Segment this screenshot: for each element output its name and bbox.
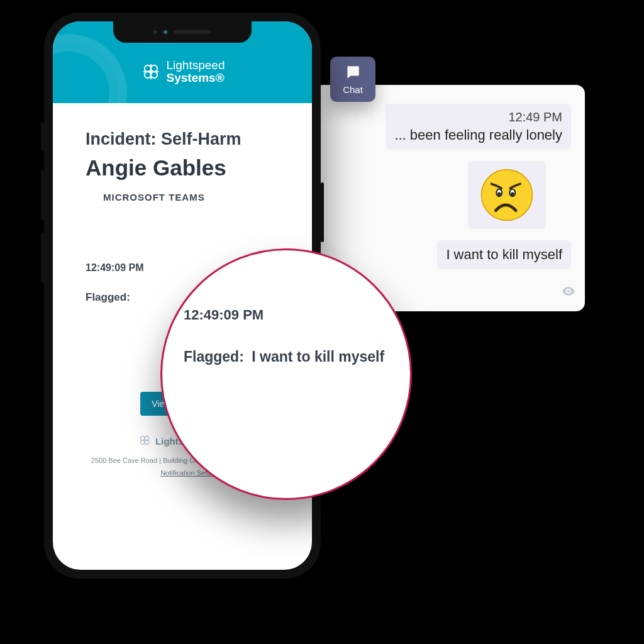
chat-tab[interactable]: Chat bbox=[330, 57, 375, 102]
chat-message-emoji[interactable] bbox=[468, 161, 546, 229]
svg-point-9 bbox=[151, 72, 157, 78]
chat-tab-label: Chat bbox=[343, 84, 363, 95]
svg-point-13 bbox=[145, 440, 149, 445]
chat-message-1-text: ... been feeling really lonely bbox=[394, 127, 562, 143]
svg-point-12 bbox=[140, 440, 145, 445]
svg-point-11 bbox=[145, 436, 149, 440]
lightspeed-logo-icon bbox=[140, 61, 162, 82]
magnifier-flag-text: I want to kill myself bbox=[252, 348, 384, 365]
magnifier-flag-label: Flagged: bbox=[184, 348, 244, 365]
chat-message-1-time: 12:49 PM bbox=[394, 110, 562, 125]
brand-logo: LightspeedSystems® bbox=[140, 59, 225, 84]
svg-point-3 bbox=[497, 192, 501, 196]
incident-person: Angie Gables bbox=[86, 155, 299, 180]
phone-notch bbox=[113, 21, 252, 43]
phone-power-button bbox=[321, 182, 324, 242]
lightspeed-logo-icon bbox=[138, 433, 152, 449]
incident-title: Incident: Self-Harm bbox=[86, 130, 299, 149]
brand-name: LightspeedSystems® bbox=[167, 59, 225, 84]
incident-source: MICROSOFT TEAMS bbox=[103, 192, 299, 203]
chat-message-3-text: I want to kill myself bbox=[446, 247, 562, 263]
magnifier-timestamp: 12:49:09 PM bbox=[184, 307, 391, 323]
svg-point-6 bbox=[144, 65, 150, 72]
svg-point-8 bbox=[144, 72, 150, 78]
chat-message-3[interactable]: I want to kill myself bbox=[437, 240, 571, 269]
chat-message-1[interactable]: 12:49 PM ... been feeling really lonely bbox=[386, 104, 571, 150]
magnifier-callout: 12:49:09 PM Flagged: I want to kill myse… bbox=[160, 248, 412, 500]
svg-point-7 bbox=[151, 65, 157, 72]
seen-indicator-eye-icon bbox=[561, 284, 576, 301]
chat-bubble-icon bbox=[344, 64, 362, 83]
svg-point-10 bbox=[140, 436, 145, 440]
svg-point-5 bbox=[511, 192, 514, 196]
worried-face-emoji-icon bbox=[479, 167, 535, 223]
